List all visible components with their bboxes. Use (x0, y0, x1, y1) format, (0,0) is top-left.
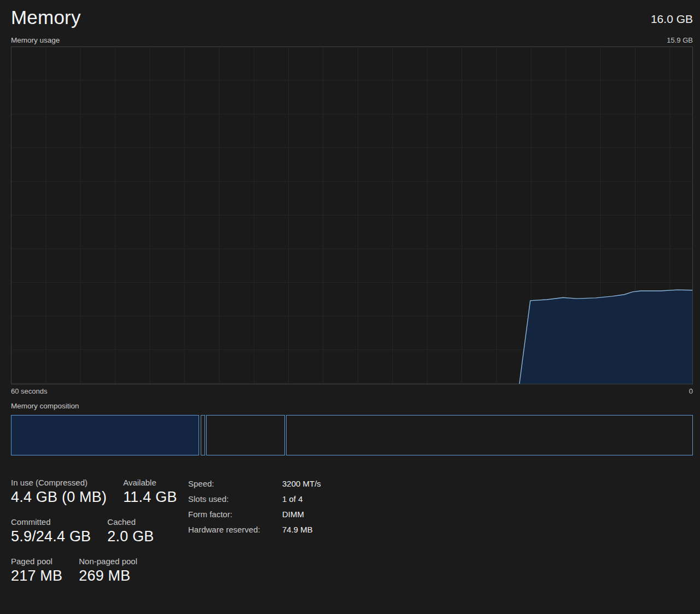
usage-chart-max-label: 15.9 GB (667, 36, 693, 44)
stat-cached: Cached 2.0 GB (107, 517, 154, 545)
stat-value: 269 MB (79, 568, 137, 584)
detail-form-factor: Form factor: DIMM (188, 510, 321, 525)
stat-in-use: In use (Compressed) 4.4 GB (0 MB) (11, 478, 107, 506)
stat-row: Paged pool 217 MB Non-paged pool 269 MB (11, 557, 188, 584)
stat-available: Available 11.4 GB (123, 478, 177, 506)
detail-label: Hardware reserved: (188, 525, 282, 534)
usage-chart-x-axis: 60 seconds 0 (11, 387, 693, 395)
memory-composition-bar (11, 415, 693, 455)
stat-paged-pool: Paged pool 217 MB (11, 557, 62, 584)
memory-stats: In use (Compressed) 4.4 GB (0 MB) Availa… (11, 478, 693, 596)
memory-usage-graph (11, 46, 693, 384)
stat-value: 11.4 GB (123, 489, 177, 506)
x-axis-left-label: 60 seconds (11, 387, 48, 395)
total-memory-capacity: 16.0 GB (651, 13, 693, 28)
usage-chart-label: Memory usage (11, 36, 60, 44)
stat-value: 2.0 GB (107, 528, 154, 545)
stat-row: In use (Compressed) 4.4 GB (0 MB) Availa… (11, 478, 188, 506)
stat-label: In use (Compressed) (11, 478, 107, 487)
memory-composition-label: Memory composition (11, 402, 693, 410)
stat-value: 5.9/24.4 GB (11, 528, 91, 545)
composition-segment-free (286, 415, 693, 455)
page-header: Memory 16.0 GB (11, 7, 693, 28)
page-title: Memory (11, 7, 81, 28)
hardware-details: Speed: 3200 MT/s Slots used: 1 of 4 Form… (188, 478, 321, 540)
detail-value: 3200 MT/s (282, 479, 321, 488)
stat-non-paged-pool: Non-paged pool 269 MB (79, 557, 137, 584)
composition-segment-modified (201, 415, 206, 455)
stat-label: Available (123, 478, 177, 487)
detail-hardware-reserved: Hardware reserved: 74.9 MB (188, 525, 321, 540)
stat-value: 217 MB (11, 568, 62, 584)
stat-label: Committed (11, 517, 91, 527)
usage-chart-captions: Memory usage 15.9 GB (11, 36, 693, 44)
detail-value: 1 of 4 (282, 494, 303, 504)
detail-value: DIMM (282, 510, 304, 519)
memory-usage-svg (11, 47, 692, 384)
stat-label: Non-paged pool (79, 557, 137, 566)
detail-speed: Speed: 3200 MT/s (188, 479, 321, 494)
x-axis-right-label: 0 (689, 387, 693, 395)
composition-segment-standby (206, 415, 285, 455)
memory-performance-page: Memory 16.0 GB Memory usage 15.9 GB 60 s… (0, 0, 700, 596)
stat-row: Committed 5.9/24.4 GB Cached 2.0 GB (11, 517, 188, 545)
stat-value: 4.4 GB (0 MB) (11, 489, 107, 506)
stat-committed: Committed 5.9/24.4 GB (11, 517, 91, 545)
detail-label: Speed: (188, 479, 282, 488)
detail-label: Form factor: (188, 510, 282, 519)
detail-value: 74.9 MB (282, 525, 313, 534)
memory-usage-area (520, 290, 692, 384)
detail-label: Slots used: (188, 494, 282, 504)
stat-label: Paged pool (11, 557, 62, 566)
detail-slots-used: Slots used: 1 of 4 (188, 494, 321, 510)
stat-label: Cached (107, 517, 154, 527)
composition-segment-in-use (11, 415, 199, 455)
stat-pairs: In use (Compressed) 4.4 GB (0 MB) Availa… (11, 478, 188, 596)
